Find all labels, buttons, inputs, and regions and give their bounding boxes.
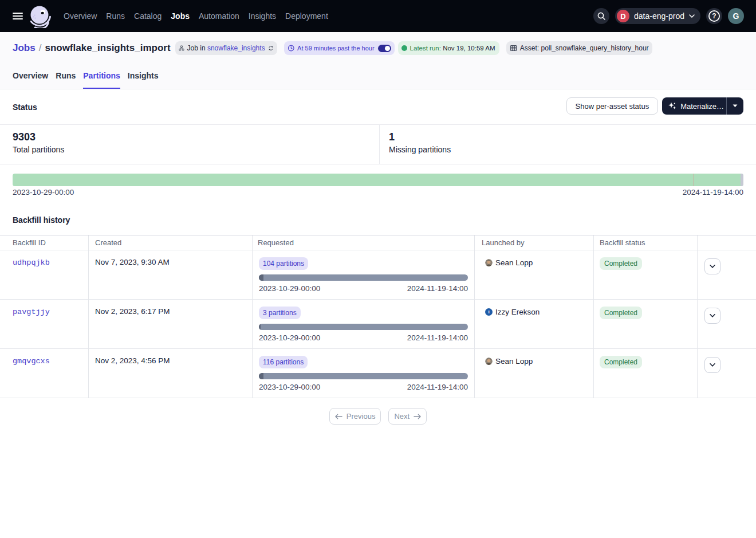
- svg-text:?: ?: [712, 12, 716, 20]
